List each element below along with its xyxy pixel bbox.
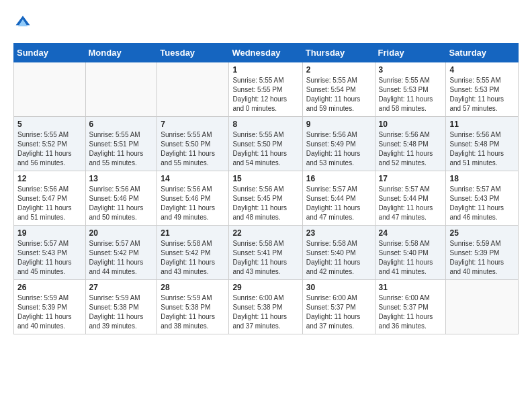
- day-info: Sunrise: 5:55 AM Sunset: 5:55 PM Dayligh…: [232, 76, 298, 113]
- calendar-cell: 12Sunrise: 5:56 AM Sunset: 5:47 PM Dayli…: [14, 171, 86, 226]
- day-info: Sunrise: 6:00 AM Sunset: 5:37 PM Dayligh…: [306, 293, 371, 331]
- day-number: 7: [161, 120, 225, 129]
- day-number: 29: [232, 283, 298, 292]
- logo-icon: [13, 13, 32, 32]
- calendar-cell: 10Sunrise: 5:56 AM Sunset: 5:48 PM Dayli…: [375, 117, 446, 171]
- day-info: Sunrise: 5:59 AM Sunset: 5:39 PM Dayligh…: [17, 293, 82, 331]
- day-info: Sunrise: 5:59 AM Sunset: 5:38 PM Dayligh…: [89, 293, 154, 331]
- calendar-week-row-5: 26Sunrise: 5:59 AM Sunset: 5:39 PM Dayli…: [14, 280, 519, 334]
- calendar-cell: 28Sunrise: 5:59 AM Sunset: 5:38 PM Dayli…: [157, 280, 229, 334]
- calendar-week-row-2: 5Sunrise: 5:55 AM Sunset: 5:52 PM Daylig…: [14, 117, 519, 171]
- calendar-cell: 6Sunrise: 5:55 AM Sunset: 5:51 PM Daylig…: [85, 117, 157, 171]
- calendar-cell: 27Sunrise: 5:59 AM Sunset: 5:38 PM Dayli…: [85, 280, 157, 334]
- day-number: 13: [89, 174, 154, 183]
- calendar-cell: 24Sunrise: 5:58 AM Sunset: 5:40 PM Dayli…: [375, 226, 446, 280]
- day-info: Sunrise: 5:58 AM Sunset: 5:42 PM Dayligh…: [161, 239, 225, 277]
- day-number: 27: [89, 283, 154, 292]
- day-number: 1: [232, 65, 298, 75]
- day-number: 22: [232, 228, 298, 238]
- day-info: Sunrise: 5:58 AM Sunset: 5:41 PM Dayligh…: [232, 239, 298, 277]
- calendar-cell: 4Sunrise: 5:55 AM Sunset: 5:53 PM Daylig…: [446, 62, 519, 117]
- calendar-cell: 3Sunrise: 5:55 AM Sunset: 5:53 PM Daylig…: [375, 62, 446, 117]
- calendar-cell: 22Sunrise: 5:58 AM Sunset: 5:41 PM Dayli…: [229, 226, 302, 280]
- calendar-cell: 14Sunrise: 5:56 AM Sunset: 5:46 PM Dayli…: [157, 171, 229, 226]
- day-info: Sunrise: 5:55 AM Sunset: 5:53 PM Dayligh…: [449, 76, 515, 113]
- page-header: [13, 13, 519, 32]
- day-number: 12: [17, 174, 82, 183]
- day-number: 4: [449, 65, 515, 75]
- day-number: 14: [161, 174, 225, 183]
- day-number: 28: [161, 283, 225, 292]
- day-number: 6: [89, 120, 154, 129]
- day-info: Sunrise: 5:55 AM Sunset: 5:50 PM Dayligh…: [161, 130, 225, 168]
- calendar-header-thursday: Thursday: [302, 44, 375, 62]
- day-info: Sunrise: 5:56 AM Sunset: 5:48 PM Dayligh…: [379, 130, 443, 168]
- calendar-cell: [157, 62, 229, 117]
- day-number: 3: [379, 65, 443, 75]
- day-number: 11: [449, 120, 515, 129]
- day-number: 10: [379, 120, 443, 129]
- day-number: 17: [379, 174, 443, 183]
- logo: [13, 13, 35, 32]
- calendar-cell: 15Sunrise: 5:56 AM Sunset: 5:45 PM Dayli…: [229, 171, 302, 226]
- calendar-cell: 8Sunrise: 5:55 AM Sunset: 5:50 PM Daylig…: [229, 117, 302, 171]
- calendar-week-row-3: 12Sunrise: 5:56 AM Sunset: 5:47 PM Dayli…: [14, 171, 519, 226]
- day-number: 19: [17, 228, 82, 238]
- calendar-cell: 9Sunrise: 5:56 AM Sunset: 5:49 PM Daylig…: [302, 117, 375, 171]
- day-info: Sunrise: 5:57 AM Sunset: 5:43 PM Dayligh…: [449, 185, 515, 222]
- day-info: Sunrise: 5:55 AM Sunset: 5:53 PM Dayligh…: [379, 76, 443, 113]
- day-number: 30: [306, 283, 371, 292]
- calendar-cell: 1Sunrise: 5:55 AM Sunset: 5:55 PM Daylig…: [229, 62, 302, 117]
- day-number: 31: [379, 283, 443, 292]
- calendar-cell: [14, 62, 86, 117]
- calendar-cell: 26Sunrise: 5:59 AM Sunset: 5:39 PM Dayli…: [14, 280, 86, 334]
- day-info: Sunrise: 5:56 AM Sunset: 5:46 PM Dayligh…: [89, 185, 154, 222]
- day-number: 16: [306, 174, 371, 183]
- calendar-cell: [85, 62, 157, 117]
- day-number: 18: [449, 174, 515, 183]
- calendar-header-wednesday: Wednesday: [229, 44, 302, 62]
- calendar-cell: 13Sunrise: 5:56 AM Sunset: 5:46 PM Dayli…: [85, 171, 157, 226]
- day-info: Sunrise: 5:57 AM Sunset: 5:42 PM Dayligh…: [89, 239, 154, 277]
- calendar-header-saturday: Saturday: [446, 44, 519, 62]
- day-number: 20: [89, 228, 154, 238]
- calendar-table: SundayMondayTuesdayWednesdayThursdayFrid…: [13, 43, 519, 334]
- day-info: Sunrise: 6:00 AM Sunset: 5:38 PM Dayligh…: [232, 293, 298, 331]
- day-info: Sunrise: 5:56 AM Sunset: 5:48 PM Dayligh…: [449, 130, 515, 168]
- day-info: Sunrise: 5:55 AM Sunset: 5:51 PM Dayligh…: [89, 130, 154, 168]
- day-info: Sunrise: 5:55 AM Sunset: 5:52 PM Dayligh…: [17, 130, 82, 168]
- day-number: 25: [449, 228, 515, 238]
- calendar-cell: 5Sunrise: 5:55 AM Sunset: 5:52 PM Daylig…: [14, 117, 86, 171]
- calendar-cell: 20Sunrise: 5:57 AM Sunset: 5:42 PM Dayli…: [85, 226, 157, 280]
- day-info: Sunrise: 5:56 AM Sunset: 5:45 PM Dayligh…: [232, 185, 298, 222]
- calendar-cell: 2Sunrise: 5:55 AM Sunset: 5:54 PM Daylig…: [302, 62, 375, 117]
- calendar-cell: 18Sunrise: 5:57 AM Sunset: 5:43 PM Dayli…: [446, 171, 519, 226]
- calendar-cell: 29Sunrise: 6:00 AM Sunset: 5:38 PM Dayli…: [229, 280, 302, 334]
- calendar-header-friday: Friday: [375, 44, 446, 62]
- day-info: Sunrise: 5:58 AM Sunset: 5:40 PM Dayligh…: [379, 239, 443, 277]
- calendar-cell: 16Sunrise: 5:57 AM Sunset: 5:44 PM Dayli…: [302, 171, 375, 226]
- calendar-week-row-4: 19Sunrise: 5:57 AM Sunset: 5:43 PM Dayli…: [14, 226, 519, 280]
- day-info: Sunrise: 5:56 AM Sunset: 5:49 PM Dayligh…: [306, 130, 371, 168]
- calendar-cell: 31Sunrise: 6:00 AM Sunset: 5:37 PM Dayli…: [375, 280, 446, 334]
- calendar-cell: 30Sunrise: 6:00 AM Sunset: 5:37 PM Dayli…: [302, 280, 375, 334]
- calendar-cell: 17Sunrise: 5:57 AM Sunset: 5:44 PM Dayli…: [375, 171, 446, 226]
- calendar-cell: 23Sunrise: 5:58 AM Sunset: 5:40 PM Dayli…: [302, 226, 375, 280]
- calendar-cell: 19Sunrise: 5:57 AM Sunset: 5:43 PM Dayli…: [14, 226, 86, 280]
- day-number: 26: [17, 283, 82, 292]
- day-info: Sunrise: 5:55 AM Sunset: 5:54 PM Dayligh…: [306, 76, 371, 113]
- calendar-header-row: SundayMondayTuesdayWednesdayThursdayFrid…: [14, 44, 519, 62]
- calendar-cell: 25Sunrise: 5:59 AM Sunset: 5:39 PM Dayli…: [446, 226, 519, 280]
- calendar-cell: 11Sunrise: 5:56 AM Sunset: 5:48 PM Dayli…: [446, 117, 519, 171]
- calendar-header-sunday: Sunday: [14, 44, 86, 62]
- day-number: 5: [17, 120, 82, 129]
- calendar-cell: 21Sunrise: 5:58 AM Sunset: 5:42 PM Dayli…: [157, 226, 229, 280]
- day-info: Sunrise: 5:57 AM Sunset: 5:44 PM Dayligh…: [306, 185, 371, 222]
- day-number: 2: [306, 65, 371, 75]
- day-number: 9: [306, 120, 371, 129]
- day-info: Sunrise: 5:55 AM Sunset: 5:50 PM Dayligh…: [232, 130, 298, 168]
- day-number: 23: [306, 228, 371, 238]
- day-info: Sunrise: 5:57 AM Sunset: 5:43 PM Dayligh…: [17, 239, 82, 277]
- day-number: 24: [379, 228, 443, 238]
- day-number: 21: [161, 228, 225, 238]
